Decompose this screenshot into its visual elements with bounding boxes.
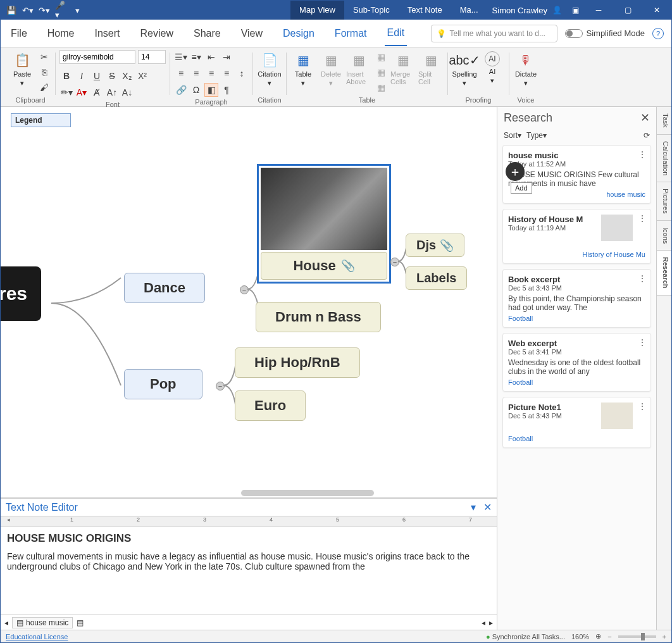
junction-house[interactable]: −	[390, 258, 399, 266]
font-size-select[interactable]	[138, 50, 166, 64]
align-center-icon[interactable]: ≡	[189, 66, 203, 80]
copy-icon[interactable]: ⎘	[37, 65, 51, 79]
save-icon[interactable]: 💾	[6, 4, 17, 16]
sort-dropdown[interactable]: Sort▾	[504, 131, 521, 140]
qat-overflow-icon[interactable]: ▾	[72, 4, 83, 16]
link-icon[interactable]: 🔗	[174, 83, 188, 97]
menu-review[interactable]: Review	[137, 22, 175, 46]
highlight-icon[interactable]: ✏▾	[59, 85, 73, 99]
subscript-icon[interactable]: X₂	[120, 69, 134, 83]
editor-close-icon[interactable]: ✕	[483, 502, 492, 513]
zoom-slider[interactable]	[618, 635, 656, 638]
doc-tab-house-music[interactable]: ▤ house music	[12, 617, 73, 628]
paste-button[interactable]: 📋Paste▾	[9, 50, 35, 87]
fit-icon[interactable]: ⊕	[595, 632, 601, 640]
eraser-icon[interactable]: ◧	[204, 83, 218, 97]
type-dropdown[interactable]: Type▾	[526, 131, 547, 140]
citation-button[interactable]: 📄Citation▾	[257, 50, 282, 87]
attachment-icon[interactable]: 📎	[341, 259, 355, 273]
justify-icon[interactable]: ≡	[220, 66, 233, 80]
user-name[interactable]: Simon Crawley	[492, 6, 547, 15]
ai-button[interactable]: AIAI▾	[480, 50, 505, 85]
research-card[interactable]: ＋ Add ⋮ house music Today at 11:52 AM HO…	[502, 145, 651, 204]
underline-icon[interactable]: U	[90, 69, 104, 83]
research-card[interactable]: ⋮ History of House M Today at 11:19 AM H…	[502, 209, 651, 264]
side-tab-task[interactable]: Task	[657, 107, 671, 135]
node-hiphop[interactable]: Hip Hop/RnB	[235, 347, 360, 378]
numbering-icon[interactable]: ≡▾	[189, 50, 203, 64]
undo-icon[interactable]: ↶▾	[22, 4, 34, 16]
nav-left-icon[interactable]: ◂	[4, 618, 8, 627]
node-labels[interactable]: Labels	[406, 266, 467, 290]
node-house-selected[interactable]: House📎	[257, 164, 391, 284]
superscript-icon[interactable]: X²	[135, 69, 149, 83]
strike-icon[interactable]: S	[105, 69, 119, 83]
nav-prev-icon[interactable]: ◂	[482, 618, 485, 627]
node-dance[interactable]: Dance	[124, 273, 205, 303]
node-root[interactable]: enres	[1, 266, 41, 321]
tellme-search[interactable]: 💡 Tell me what you want to d...	[431, 25, 557, 42]
editor-dropdown-icon[interactable]: ▾	[471, 502, 476, 513]
card-menu-icon[interactable]: ⋮	[638, 337, 647, 347]
bold-icon[interactable]: B	[59, 69, 73, 83]
align-left-icon[interactable]: ≡	[174, 66, 188, 80]
add-button[interactable]: ＋	[506, 162, 525, 181]
menu-share[interactable]: Share	[191, 22, 223, 46]
research-list[interactable]: ＋ Add ⋮ house music Today at 11:52 AM HO…	[497, 142, 656, 630]
card-menu-icon[interactable]: ⋮	[638, 149, 647, 159]
pilcrow-icon[interactable]: ¶	[220, 83, 233, 97]
ruler[interactable]: ◂ 1 2 3 4 5 6 7	[1, 516, 497, 527]
user-avatar-icon[interactable]: 👤	[552, 6, 562, 15]
cut-icon[interactable]: ✂	[37, 50, 51, 64]
research-card[interactable]: ⋮ Web excerpt Dec 5 at 3:41 PM Wednesday…	[502, 333, 651, 392]
node-pop[interactable]: Pop	[124, 369, 202, 399]
outdent-icon[interactable]: ⇤	[204, 50, 218, 64]
legend-box[interactable]: Legend	[11, 113, 71, 127]
zoom-in-icon[interactable]: +	[663, 633, 666, 640]
menu-design[interactable]: Design	[280, 22, 317, 46]
close-button[interactable]: ✕	[642, 1, 671, 20]
junction-pop[interactable]: −	[216, 382, 225, 390]
node-drumnbass[interactable]: Drum n Bass	[256, 302, 381, 332]
font-color-icon[interactable]: A▾	[75, 85, 89, 99]
italic-icon[interactable]: I	[75, 69, 89, 83]
menu-edit[interactable]: Edit	[385, 21, 408, 46]
help-icon[interactable]: ?	[652, 28, 664, 39]
side-tab-calculation[interactable]: Calculation	[657, 135, 671, 182]
new-tab-icon[interactable]: ▤	[77, 618, 84, 627]
research-close-icon[interactable]: ✕	[640, 111, 650, 125]
indent-icon[interactable]: ⇥	[220, 50, 233, 64]
tab-ma[interactable]: Ma...	[451, 1, 487, 20]
line-spacing-icon[interactable]: ↕	[235, 66, 249, 80]
redo-icon[interactable]: ↷▾	[39, 4, 50, 16]
side-tab-pictures[interactable]: Pictures	[657, 182, 671, 221]
shrink-font-icon[interactable]: A↓	[120, 85, 134, 99]
node-djs[interactable]: Djs📎	[406, 234, 464, 257]
screen-mode-icon[interactable]: ▣	[572, 6, 579, 15]
attachment-icon[interactable]: 📎	[440, 239, 454, 253]
tab-text-note[interactable]: Text Note	[399, 1, 451, 20]
dictate-button[interactable]: 🎙Dictate▾	[513, 50, 538, 87]
menu-view[interactable]: View	[239, 22, 265, 46]
card-menu-icon[interactable]: ⋮	[638, 401, 647, 411]
grow-font-icon[interactable]: A↑	[105, 85, 119, 99]
menu-insert[interactable]: Insert	[92, 22, 122, 46]
minimize-button[interactable]: ─	[584, 1, 613, 20]
card-menu-icon[interactable]: ⋮	[638, 213, 647, 223]
refresh-icon[interactable]: ⟳	[644, 131, 650, 140]
junction-dance[interactable]: −	[240, 285, 249, 294]
format-painter-icon[interactable]: 🖌	[37, 80, 51, 94]
simplified-mode-toggle[interactable]	[565, 29, 583, 38]
zoom-out-icon[interactable]: −	[607, 633, 611, 640]
license-label[interactable]: Educational License	[6, 633, 68, 640]
mic-icon[interactable]: 🎤▾	[55, 4, 66, 16]
font-name-select[interactable]	[59, 50, 135, 64]
align-right-icon[interactable]: ≡	[204, 66, 218, 80]
sync-status[interactable]: ● Synchronize All Tasks...	[486, 633, 565, 640]
mindmap-canvas[interactable]: Legend enres Dance − House📎 − Djs📎	[1, 107, 497, 498]
spelling-button[interactable]: abc✓Spelling▾	[452, 50, 477, 87]
horizontal-scrollbar[interactable]	[241, 490, 374, 496]
nav-next-icon[interactable]: ▸	[489, 618, 493, 627]
menu-file[interactable]: File	[8, 22, 30, 46]
menu-format[interactable]: Format	[332, 22, 370, 46]
